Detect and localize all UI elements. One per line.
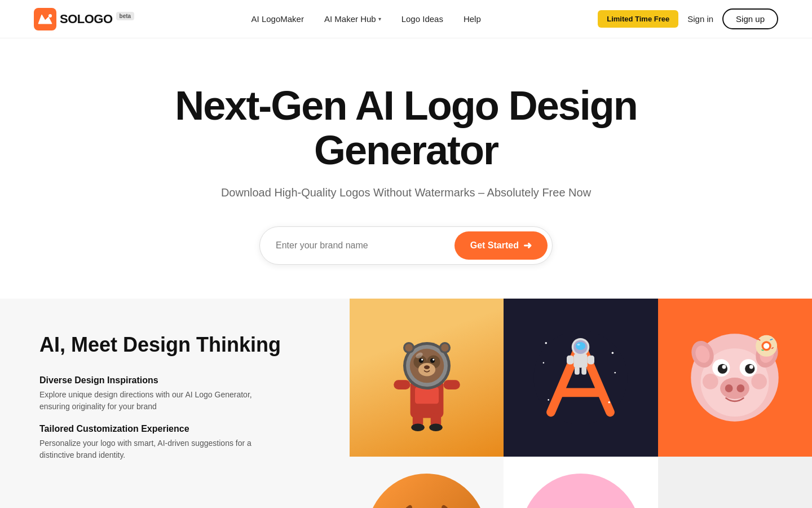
- svg-point-36: [545, 342, 548, 344]
- fire-bull-illustration: [393, 499, 461, 508]
- svg-point-41: [608, 401, 611, 404]
- svg-point-49: [749, 365, 753, 369]
- svg-point-13: [433, 359, 434, 361]
- feature-2-desc: Personalize your logo with smart, AI-dri…: [39, 437, 276, 461]
- feature-2-title: Tailored Customization Experience: [39, 424, 310, 434]
- nav-links: AI LogoMaker AI Maker Hub ▾ Logo Ideas H…: [251, 14, 481, 24]
- search-bar: Get Started ➜: [259, 226, 553, 265]
- logo-gallery: [350, 299, 812, 508]
- bear-astronaut-illustration: [379, 318, 475, 437]
- svg-point-57: [703, 374, 718, 389]
- navbar: SOLOGO beta AI LogoMaker AI Maker Hub ▾ …: [0, 0, 812, 38]
- bottom-section: AI, Meet Design Thinking Diverse Design …: [0, 299, 812, 508]
- svg-point-10: [418, 358, 423, 363]
- gallery-cell-bear-astronaut: [350, 299, 504, 457]
- svg-rect-33: [582, 367, 587, 375]
- svg-point-48: [722, 365, 726, 369]
- svg-rect-0: [34, 8, 56, 30]
- svg-point-40: [548, 399, 550, 401]
- svg-point-11: [430, 358, 435, 363]
- nav-link-ai-maker-hub[interactable]: AI Maker Hub ▾: [324, 14, 381, 24]
- svg-point-47: [745, 364, 754, 374]
- nav-link-logo-ideas[interactable]: Logo Ideas: [401, 14, 443, 24]
- gallery-cell-letter-astronaut: [504, 299, 657, 457]
- chevron-down-icon: ▾: [378, 16, 381, 22]
- svg-point-39: [615, 372, 616, 374]
- logo[interactable]: SOLOGO beta: [34, 8, 134, 30]
- svg-rect-20: [443, 380, 460, 390]
- logo-icon: [34, 8, 56, 30]
- svg-point-35: [577, 344, 580, 346]
- feature-item-2: Tailored Customization Experience Person…: [39, 424, 310, 461]
- nav-link-help[interactable]: Help: [464, 14, 481, 24]
- feature-1-desc: Explore unique design directions with ou…: [39, 389, 276, 413]
- nav-link-ai-logomaker[interactable]: AI LogoMaker: [251, 14, 304, 24]
- features-title: AI, Meet Design Thinking: [39, 332, 310, 357]
- svg-rect-3: [415, 387, 439, 404]
- svg-point-1: [48, 14, 52, 17]
- letter-astronaut-illustration: [531, 321, 630, 434]
- signin-link[interactable]: Sign in: [687, 14, 713, 24]
- svg-rect-32: [575, 367, 580, 375]
- logo-text: SOLOGO: [60, 12, 113, 27]
- feature-1-title: Diverse Design Inspirations: [39, 375, 310, 386]
- beta-badge: beta: [116, 12, 135, 20]
- svg-rect-19: [394, 380, 410, 390]
- limited-time-button[interactable]: Limited Time Free: [598, 10, 678, 28]
- features-panel: AI, Meet Design Thinking Diverse Design …: [0, 299, 350, 508]
- svg-point-61: [764, 343, 769, 349]
- svg-point-38: [543, 362, 545, 364]
- pig-face-illustration: [681, 318, 788, 437]
- svg-point-46: [718, 364, 727, 374]
- feature-item-1: Diverse Design Inspirations Explore uniq…: [39, 375, 310, 413]
- svg-point-14: [424, 366, 430, 370]
- nav-actions: Limited Time Free Sign in Sign up: [598, 8, 778, 29]
- hero-title: Next-Gen AI Logo Design Generator: [152, 84, 660, 173]
- gallery-cell-empty: [658, 457, 812, 508]
- svg-point-9: [418, 363, 435, 376]
- svg-point-34: [576, 342, 586, 350]
- svg-rect-29: [574, 354, 588, 368]
- arrow-right-icon: ➜: [523, 239, 532, 252]
- svg-point-58: [752, 374, 767, 389]
- svg-point-52: [737, 384, 745, 392]
- hero-subtitle: Download High-Quality Logos Without Wate…: [221, 186, 591, 199]
- svg-rect-30: [567, 356, 573, 365]
- svg-point-50: [720, 378, 749, 399]
- gallery-cell-fire-bull: [350, 457, 504, 508]
- svg-rect-31: [588, 356, 594, 365]
- svg-point-23: [411, 424, 425, 431]
- hero-section: Next-Gen AI Logo Design Generator Downlo…: [0, 38, 812, 299]
- svg-point-12: [421, 359, 423, 361]
- svg-point-16: [405, 344, 412, 352]
- brand-name-input[interactable]: [276, 240, 454, 251]
- gallery-cell-pink-character: [504, 457, 657, 508]
- svg-point-51: [725, 384, 733, 392]
- pink-character-illustration: [553, 505, 609, 508]
- signup-button[interactable]: Sign up: [722, 8, 778, 29]
- gallery-cell-pig-face: [658, 299, 812, 457]
- svg-point-18: [441, 344, 448, 352]
- get-started-button[interactable]: Get Started ➜: [454, 231, 548, 260]
- svg-point-24: [429, 424, 443, 431]
- svg-point-37: [612, 352, 614, 354]
